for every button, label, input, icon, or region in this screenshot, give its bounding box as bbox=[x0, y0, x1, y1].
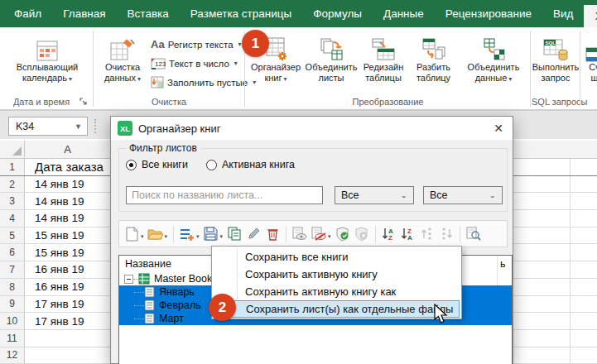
combine-data-icon bbox=[481, 32, 506, 62]
dropdown-caret-icon[interactable]: ▾ bbox=[196, 233, 200, 240]
toolbar-separator bbox=[286, 226, 286, 242]
text-case-button[interactable]: Аа Регистр текста ▾ bbox=[151, 36, 242, 53]
dropdown-caret-icon[interactable]: ▾ bbox=[141, 233, 144, 240]
preview-icon[interactable] bbox=[465, 226, 482, 242]
toolbar-separator bbox=[460, 226, 460, 242]
excel-window: Файл Главная Вставка Разметка страницы Ф… bbox=[0, 0, 597, 364]
copy-sheets-icon[interactable] bbox=[226, 226, 243, 242]
formula-bar-splitter[interactable] bbox=[94, 119, 97, 133]
menu-item-save-all-workbooks[interactable]: Сохранить все книги bbox=[214, 248, 460, 266]
dropdown-caret-icon[interactable]: ▾ bbox=[220, 233, 224, 240]
dropdown-caret-icon: ▾ bbox=[284, 75, 287, 83]
combine-sheets-button[interactable]: Объединить листы bbox=[306, 31, 357, 98]
group-separator bbox=[580, 31, 580, 107]
sort-az-icon[interactable]: AZ bbox=[381, 226, 397, 242]
move-up-icon[interactable] bbox=[419, 226, 436, 242]
partial-table-icon bbox=[585, 32, 597, 62]
step-badge-1: 1 bbox=[242, 30, 269, 57]
tab-data[interactable]: Данные bbox=[373, 0, 435, 27]
tab-file[interactable]: Файл bbox=[3, 0, 52, 27]
dropdown-caret-icon: ▾ bbox=[234, 60, 238, 67]
dropdown-caret-icon: ▾ bbox=[137, 75, 141, 83]
radio-active-workbook[interactable]: Активная книга bbox=[206, 159, 295, 170]
tab-formulas[interactable]: Формулы bbox=[302, 0, 373, 27]
move-down-icon[interactable] bbox=[438, 226, 455, 242]
run-query-button[interactable]: SQL Выполнить запрос bbox=[532, 31, 579, 98]
rename-pencil-icon[interactable] bbox=[245, 226, 262, 242]
new-workbook-icon[interactable] bbox=[123, 226, 140, 242]
hide-sheet-icon[interactable] bbox=[311, 226, 327, 242]
tab-xltools[interactable]: XLTools bbox=[584, 5, 597, 27]
mouse-cursor-icon bbox=[431, 304, 450, 325]
filter-combo-1[interactable]: Все⌄ bbox=[335, 186, 414, 204]
xltools-logo-icon: XL bbox=[118, 121, 132, 136]
svg-text:A: A bbox=[407, 234, 412, 241]
split-table-button[interactable]: Разбить таблицу bbox=[410, 31, 457, 98]
add-sheets-icon[interactable] bbox=[179, 226, 195, 242]
group-separator bbox=[93, 31, 94, 107]
toolbar-separator bbox=[375, 226, 376, 242]
radio-dot-icon bbox=[206, 160, 217, 170]
combine-data-button[interactable]: Объединить данные▾ bbox=[459, 31, 528, 98]
name-box[interactable]: K34 ▼ bbox=[8, 117, 88, 136]
group-label-date-time: Дата и время bbox=[0, 97, 83, 107]
delete-trash-icon[interactable] bbox=[264, 226, 281, 242]
list-column-partial[interactable]: ь bbox=[500, 258, 506, 270]
save-dropdown-menu: Сохранить все книги Сохранить активную к… bbox=[211, 246, 462, 319]
workbook-icon bbox=[138, 273, 150, 285]
collapse-minus-icon[interactable] bbox=[124, 275, 133, 284]
radio-all-workbooks[interactable]: Все книги bbox=[126, 159, 188, 170]
sql-query-icon: SQL bbox=[542, 32, 569, 62]
sheet-icon bbox=[144, 286, 155, 298]
menu-item-save-active-workbook[interactable]: Сохранить активную книгу bbox=[214, 266, 460, 283]
dropdown-caret-icon: ▾ bbox=[508, 75, 512, 83]
step-badge-2: 2 bbox=[209, 294, 236, 321]
tab-page-layout[interactable]: Разметка страницы bbox=[180, 0, 302, 27]
sort-za-icon[interactable]: ZA bbox=[400, 226, 416, 242]
radio-dot-icon bbox=[126, 160, 137, 170]
show-sheet-icon[interactable] bbox=[291, 226, 308, 242]
button-label: Всплывающий bbox=[17, 62, 79, 73]
close-icon[interactable]: ✕ bbox=[484, 117, 513, 140]
text-to-number-icon: 123 bbox=[151, 58, 166, 69]
calendar-icon bbox=[36, 32, 59, 62]
partial-right-button[interactable]: Сч ш bbox=[582, 31, 597, 98]
group-separator bbox=[530, 31, 531, 107]
menu-item-save-active-workbook-as[interactable]: Сохранить активную книгу как bbox=[214, 283, 460, 300]
dropdown-caret-icon[interactable]: ▾ bbox=[328, 233, 331, 240]
svg-text:123: 123 bbox=[155, 60, 166, 68]
fill-blanks-button[interactable]: Заполнить пустые ▾ bbox=[151, 74, 256, 91]
fill-blanks-icon bbox=[151, 76, 164, 89]
redesign-table-button[interactable]: Редизайн таблицы bbox=[359, 31, 408, 98]
dialog-launcher-icon[interactable] bbox=[79, 98, 88, 106]
group-label-sql: SQL запросы bbox=[532, 97, 580, 107]
tab-insert[interactable]: Вставка bbox=[117, 0, 180, 27]
column-header-a[interactable]: A bbox=[25, 141, 110, 158]
protect-shield-icon[interactable] bbox=[335, 226, 351, 242]
dialog-title: Органайзер книг bbox=[138, 122, 220, 135]
dropdown-caret-icon[interactable]: ▾ bbox=[165, 233, 168, 240]
groupbox-legend: Фильтр листов bbox=[126, 142, 200, 154]
unprotect-shield-icon[interactable] bbox=[354, 226, 370, 242]
chevron-down-icon: ⌄ bbox=[401, 192, 407, 199]
tab-home[interactable]: Главная bbox=[52, 0, 116, 27]
text-to-number-button[interactable]: 123 Текст в число ▾ bbox=[151, 55, 238, 72]
sheet-icon bbox=[144, 299, 155, 311]
filter-combo-2[interactable]: Все⌄ bbox=[423, 186, 503, 204]
save-icon[interactable] bbox=[203, 226, 219, 242]
group-label-cleanup: Очистка bbox=[94, 97, 243, 107]
list-column-name[interactable]: Название bbox=[125, 258, 171, 270]
namebox-caret-icon[interactable]: ▼ bbox=[75, 122, 82, 131]
sheet-search-input[interactable] bbox=[126, 186, 323, 204]
select-all-corner[interactable] bbox=[0, 141, 25, 158]
open-workbook-icon[interactable] bbox=[147, 226, 164, 242]
data-cleaning-button[interactable]: Очистка данных▾ bbox=[97, 31, 148, 98]
tab-view[interactable]: Вид bbox=[542, 0, 584, 27]
popup-calendar-button[interactable]: Всплывающий календарь▾ bbox=[7, 31, 88, 98]
ribbon-tab-bar: Файл Главная Вставка Разметка страницы Ф… bbox=[0, 0, 597, 27]
dialog-titlebar[interactable]: XL Органайзер книг ✕ bbox=[111, 117, 513, 140]
menu-item-save-sheets-as-separate-files[interactable]: Сохранить лист(ы) как отдельные файлы bbox=[214, 300, 460, 318]
ribbon: Всплывающий календарь▾ Дата и время Очис… bbox=[0, 27, 597, 110]
text-case-icon: Аа bbox=[151, 38, 165, 50]
tab-review[interactable]: Рецензирование bbox=[435, 0, 542, 27]
